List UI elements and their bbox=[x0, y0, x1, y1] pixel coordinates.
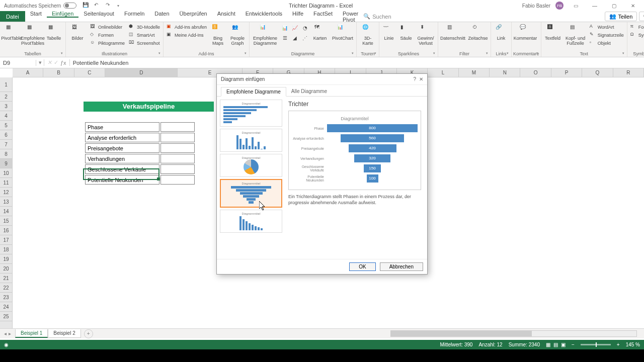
row-header-4[interactable]: 4 bbox=[0, 111, 12, 121]
share-button[interactable]: 👥Teilen bbox=[605, 12, 637, 21]
header-footer-button[interactable]: ▤Kopf- und Fußzeile bbox=[564, 23, 587, 47]
col-header-R[interactable]: R bbox=[613, 68, 644, 77]
tab-daten[interactable]: Daten bbox=[149, 11, 174, 17]
page-layout-icon[interactable]: ▤ bbox=[553, 342, 558, 347]
row-header-16[interactable]: 16 bbox=[0, 226, 12, 235]
row-header-6[interactable]: 6 bbox=[0, 130, 12, 140]
pivottable-button[interactable]: ▦PivotTable bbox=[2, 23, 22, 42]
avatar[interactable]: FB bbox=[555, 2, 564, 10]
table-cell[interactable]: Analyse erforderlich bbox=[85, 133, 159, 142]
col-header-L[interactable]: L bbox=[428, 68, 458, 77]
confirm-formula-icon[interactable]: ✓ bbox=[54, 59, 58, 66]
tab-einfügen[interactable]: Einfügen bbox=[47, 11, 78, 18]
dialog-help-icon[interactable]: ? bbox=[413, 76, 416, 82]
formula-button[interactable]: πFormel bbox=[629, 23, 644, 31]
col-header-M[interactable]: M bbox=[459, 68, 490, 77]
tab-recommended-charts[interactable]: Empfohlene Diagramme bbox=[221, 87, 286, 97]
autosave-toggle[interactable] bbox=[63, 3, 76, 9]
smartart-button[interactable]: ◫SmartArt bbox=[127, 31, 162, 39]
sheet-tab[interactable]: Beispiel 2 bbox=[48, 329, 80, 338]
col-header-P[interactable]: P bbox=[551, 68, 582, 77]
row-header-2[interactable]: 2 bbox=[0, 92, 12, 102]
col-header-C[interactable]: C bbox=[74, 68, 105, 77]
3d-models-button[interactable]: ⬢3D-Modelle bbox=[127, 23, 162, 31]
comment-button[interactable]: 💬Kommentar bbox=[513, 23, 537, 42]
col-header-O[interactable]: O bbox=[520, 68, 551, 77]
row-header-21[interactable]: 21 bbox=[0, 274, 12, 283]
row-header-24[interactable]: 24 bbox=[0, 302, 12, 312]
row-header-1[interactable]: 1 bbox=[0, 77, 12, 92]
zoom-level[interactable]: 145 % bbox=[626, 342, 640, 347]
tab-hilfe[interactable]: Hilfe bbox=[287, 11, 308, 17]
table-button[interactable]: ▦Tabelle bbox=[44, 23, 64, 42]
sparkline-winloss-button[interactable]: ⬍Gewinn/ Verlust bbox=[415, 23, 436, 47]
row-header-12[interactable]: 12 bbox=[0, 188, 12, 197]
row-header-19[interactable]: 19 bbox=[0, 254, 12, 264]
sparkline-column-button[interactable]: ▮Säule bbox=[398, 23, 414, 42]
tab-factset[interactable]: FactSet bbox=[308, 11, 338, 17]
save-icon[interactable]: 💾 bbox=[83, 2, 90, 9]
ribbon-options-icon[interactable]: ▭ bbox=[569, 1, 583, 10]
ok-button[interactable]: OK bbox=[349, 262, 375, 271]
thumb-clustered-bar[interactable]: Diagrammtitel bbox=[220, 100, 282, 127]
cancel-formula-icon[interactable]: ✕ bbox=[47, 59, 52, 66]
tab-seitenlayout[interactable]: Seitenlayout bbox=[78, 11, 119, 17]
maximize-icon[interactable]: ▢ bbox=[607, 1, 621, 10]
minimize-icon[interactable]: — bbox=[588, 1, 602, 10]
zoom-out-icon[interactable]: − bbox=[572, 342, 575, 347]
sparkline-line-button[interactable]: 〰Linie bbox=[381, 23, 397, 42]
row-header-9[interactable]: 9 bbox=[0, 159, 12, 168]
row-header-10[interactable]: 10 bbox=[0, 168, 12, 178]
wordart-button[interactable]: AWordArt bbox=[588, 23, 625, 31]
undo-icon[interactable]: ↶ bbox=[94, 2, 101, 9]
images-button[interactable]: 🖼Bilder bbox=[67, 23, 88, 42]
pivotchart-button[interactable]: 📊PivotChart bbox=[331, 23, 355, 42]
online-images-button[interactable]: 🖼Onlinebilder bbox=[89, 23, 126, 31]
zoom-slider[interactable] bbox=[581, 344, 611, 345]
scatter-chart-icon[interactable]: ⋰ bbox=[300, 33, 309, 42]
signature-button[interactable]: ✎Signaturzeile bbox=[588, 31, 625, 39]
col-header-B[interactable]: B bbox=[43, 68, 74, 77]
recommended-pivot-button[interactable]: ▦Empfohlene PivotTables bbox=[23, 23, 43, 47]
area-chart-icon[interactable]: ◢ bbox=[290, 33, 299, 42]
name-box[interactable]: D9 bbox=[0, 60, 36, 66]
bing-maps-button[interactable]: 🅱Bing Maps bbox=[209, 23, 226, 47]
tab-formeln[interactable]: Formeln bbox=[119, 11, 149, 17]
col-header-A[interactable]: A bbox=[13, 68, 43, 77]
tab-start[interactable]: Start bbox=[25, 11, 47, 17]
pie-chart-icon[interactable]: ◔ bbox=[300, 23, 309, 32]
table-cell[interactable]: Phase bbox=[85, 122, 159, 132]
dialog-close-icon[interactable]: ✕ bbox=[419, 76, 423, 82]
object-button[interactable]: ▫Objekt bbox=[588, 39, 625, 47]
horizontal-scrollbar[interactable] bbox=[390, 330, 637, 337]
row-header-5[interactable]: 5 bbox=[0, 121, 12, 130]
row-header-20[interactable]: 20 bbox=[0, 264, 12, 274]
my-addins-button[interactable]: ▣Meine Add-Ins bbox=[165, 31, 208, 39]
row-header-11[interactable]: 11 bbox=[0, 178, 12, 188]
table-cell[interactable] bbox=[160, 122, 195, 132]
row-header-14[interactable]: 14 bbox=[0, 207, 12, 216]
formula-input[interactable]: Potentielle Neukunden bbox=[70, 60, 644, 66]
textbox-button[interactable]: 🅰Textfeld bbox=[543, 23, 563, 42]
row-header-17[interactable]: 17 bbox=[0, 235, 12, 245]
shapes-button[interactable]: ◇Formen bbox=[89, 31, 126, 39]
row-header-25[interactable]: 25 bbox=[0, 312, 12, 321]
thumb-funnel[interactable]: Diagrammtitel bbox=[220, 179, 282, 208]
bar-chart-icon[interactable]: ☰ bbox=[280, 33, 289, 42]
row-header-22[interactable]: 22 bbox=[0, 283, 12, 293]
add-sheet-button[interactable]: + bbox=[84, 329, 93, 338]
tab-ansicht[interactable]: Ansicht bbox=[212, 11, 240, 17]
sheet-next-icon[interactable]: ▸ bbox=[9, 331, 11, 336]
people-graph-button[interactable]: 👥People Graph bbox=[227, 23, 248, 47]
name-box-dropdown-icon[interactable]: ▾ bbox=[36, 59, 44, 66]
redo-icon[interactable]: ↷ bbox=[106, 2, 113, 9]
tab-überprüfen[interactable]: Überprüfen bbox=[175, 11, 212, 17]
table-cell[interactable]: Preisangebote bbox=[85, 143, 159, 153]
col-header-D[interactable]: D bbox=[105, 68, 178, 77]
normal-view-icon[interactable]: ▦ bbox=[546, 342, 550, 347]
col-header-Q[interactable]: Q bbox=[582, 68, 613, 77]
table-cell[interactable] bbox=[160, 164, 195, 174]
column-chart-icon[interactable]: 📊 bbox=[280, 23, 289, 32]
table-cell[interactable] bbox=[160, 154, 195, 163]
search-label[interactable]: Suchen bbox=[372, 14, 391, 20]
